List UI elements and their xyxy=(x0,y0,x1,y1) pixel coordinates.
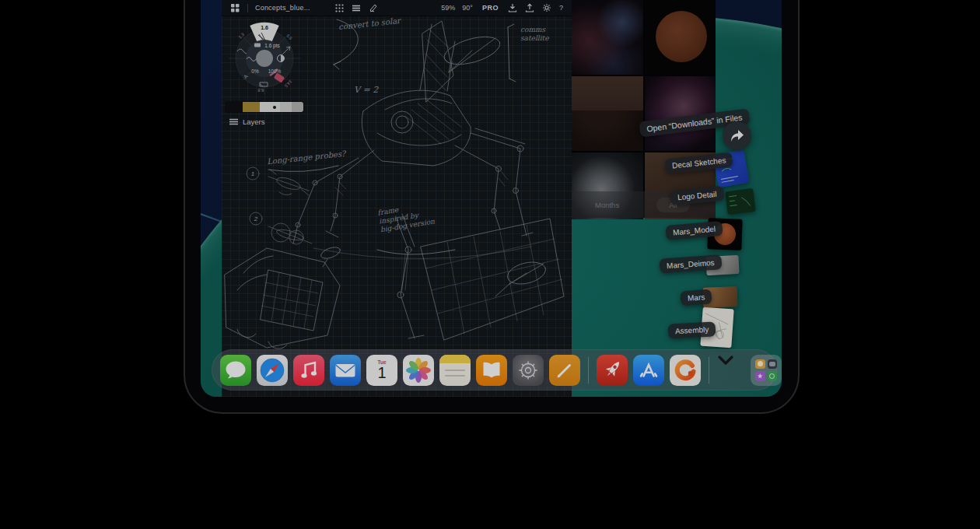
settings-gear-icon xyxy=(513,355,544,386)
concepts-app-window: Concepts_blue... 59% 90° PRO ? xyxy=(222,0,572,397)
dock: Tue 1 xyxy=(212,349,777,391)
share-arrow-icon xyxy=(729,128,745,143)
annotation-version: V = 2 xyxy=(354,85,378,95)
import-icon[interactable] xyxy=(508,3,518,13)
wheel-size-6-8: 6.8 xyxy=(257,88,264,93)
swatch-black[interactable] xyxy=(226,102,243,112)
layers-button[interactable]: Layers xyxy=(229,117,265,126)
dock-app-safari[interactable] xyxy=(257,355,288,386)
dock-hide-button[interactable] xyxy=(717,355,745,386)
pen-icon xyxy=(549,355,580,386)
chevron-down-icon xyxy=(717,355,734,366)
dock-divider xyxy=(588,357,589,384)
messages-bubble-icon xyxy=(220,355,251,386)
stroke-size-readout: 1.6 pts xyxy=(264,43,280,49)
drawing-canvas[interactable]: 1 2 xyxy=(222,16,572,397)
photos-flower-icon xyxy=(403,355,434,386)
mini-app-star-icon xyxy=(755,371,765,381)
safari-compass-icon xyxy=(257,355,288,386)
dot-grid-icon[interactable] xyxy=(334,3,345,13)
rocket-icon xyxy=(597,355,628,386)
help-button[interactable]: ? xyxy=(559,4,563,12)
mail-envelope-icon xyxy=(330,355,361,386)
app-library-mini-grid xyxy=(755,359,777,381)
wheel-size-14-5: 14.5 xyxy=(284,79,293,89)
opacity-max-label: 100% xyxy=(268,68,282,74)
dock-app-concepts[interactable] xyxy=(670,355,701,386)
settings-gear-icon[interactable] xyxy=(542,3,552,13)
swatch-gray[interactable] xyxy=(292,102,303,112)
probe-marker-2: 2 xyxy=(254,215,258,222)
probe-marker-1: 1 xyxy=(251,170,254,177)
swatch-light-gray[interactable] xyxy=(280,102,292,112)
drop-action-badge[interactable] xyxy=(723,121,751,150)
dock-app-music[interactable] xyxy=(293,355,324,386)
rotation-readout[interactable]: 90° xyxy=(462,4,473,12)
annotation-comms: comms satellite xyxy=(520,26,549,43)
dock-app-books[interactable] xyxy=(476,355,507,386)
color-preview-circle[interactable] xyxy=(256,50,273,67)
concepts-c-swirl-icon xyxy=(670,355,701,386)
mini-app-lightbulb-icon xyxy=(755,359,765,370)
dock-app-mail[interactable] xyxy=(330,355,361,386)
layers-menu-icon xyxy=(229,118,238,125)
dock-app-sketch[interactable] xyxy=(549,355,580,386)
selected-tool-size: 1.6 xyxy=(261,25,268,30)
wheel-size-5-5: 5.5 xyxy=(285,33,293,41)
tool-wheel[interactable]: 1.6 1.3 5.5 14.5 6.8 A 1.6 pts xyxy=(227,21,302,99)
color-swatch-bar[interactable] xyxy=(226,102,303,112)
drag-thumb-logo-detail[interactable] xyxy=(725,188,755,215)
dock-app-appstore[interactable] xyxy=(633,355,664,386)
music-note-icon xyxy=(293,355,324,386)
books-open-book-icon xyxy=(476,355,507,386)
gallery-grid-icon[interactable] xyxy=(230,3,240,13)
notes-yellow-strip xyxy=(439,355,471,363)
dock-app-photos[interactable] xyxy=(403,355,434,386)
dock-app-messages[interactable] xyxy=(220,355,251,386)
swatch-white-selected[interactable] xyxy=(260,102,280,112)
document-title[interactable]: Concepts_blue... xyxy=(255,4,310,12)
dock-app-library[interactable] xyxy=(751,355,782,386)
zoom-level-readout[interactable]: 59% xyxy=(441,4,455,12)
photos-dim-overlay xyxy=(572,0,716,218)
mini-app-clock-icon xyxy=(768,371,778,381)
dock-app-calendar[interactable]: Tue 1 xyxy=(366,355,397,386)
photos-app-window: Months All xyxy=(572,0,716,218)
calendar-day: 1 xyxy=(366,365,397,381)
appstore-a-icon xyxy=(633,355,664,386)
dock-app-settings[interactable] xyxy=(513,355,544,386)
ipad-screen: Concepts_blue... 59% 90° PRO ? xyxy=(201,0,782,397)
annotation-comms-line1: comms xyxy=(520,26,545,33)
dock-app-rocket[interactable] xyxy=(597,355,628,386)
swatch-gold[interactable] xyxy=(243,102,260,112)
layers-label: Layers xyxy=(243,117,265,126)
concepts-toolbar: Concepts_blue... 59% 90° PRO ? xyxy=(222,0,572,16)
drag-item-label[interactable]: Mars xyxy=(680,289,712,307)
drag-item-label[interactable]: Assembly xyxy=(668,321,716,338)
export-share-icon[interactable] xyxy=(525,3,535,13)
dock-divider xyxy=(709,357,709,384)
opacity-min-label: 0% xyxy=(251,68,259,74)
dock-app-notes[interactable] xyxy=(439,355,471,386)
mini-app-camera-icon xyxy=(768,359,778,370)
annotation-comms-line2: satellite xyxy=(520,34,549,42)
layers-stack-icon[interactable] xyxy=(352,3,362,13)
pen-gesture-icon[interactable] xyxy=(369,3,379,13)
pro-badge[interactable]: PRO xyxy=(482,4,499,12)
toolbar-divider xyxy=(247,4,248,12)
